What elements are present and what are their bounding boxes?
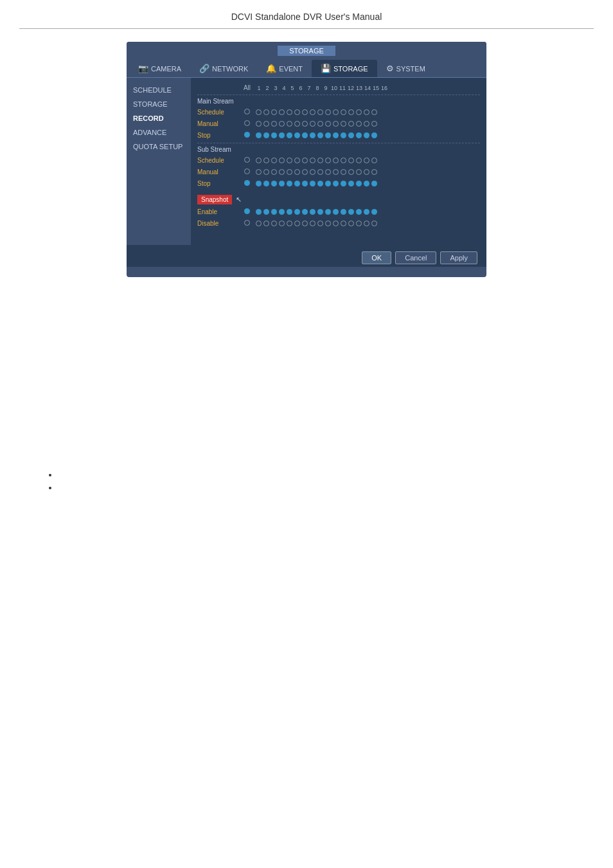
sidebar-item-advance[interactable]: ADVANCE: [127, 125, 191, 140]
snapshot-disable-row: Disable: [197, 217, 480, 229]
column-header-row: All 1 2 3 4 5 6 7 8 9 10 11 12 13 14 15: [197, 83, 480, 93]
snapshot-header-label: Snapshot: [197, 195, 232, 204]
snapshot-enable-dots: [255, 209, 378, 215]
col-num-8: 8: [314, 85, 321, 91]
tab-storage-label: STORAGE: [333, 65, 368, 73]
bullet-item-2: [58, 483, 613, 492]
col-num-4: 4: [280, 85, 288, 91]
tab-system[interactable]: ⚙ SYSTEM: [377, 60, 434, 77]
bullet-item-1: [58, 470, 613, 479]
radio-sub-manual-all[interactable]: [244, 168, 250, 174]
snapshot-disable-label: Disable: [197, 220, 239, 227]
snapshot-disable-indicator[interactable]: [239, 219, 255, 228]
storage-icon: 💾: [321, 64, 331, 73]
dot-snapshot-enable-all[interactable]: [244, 208, 250, 214]
tab-network-label: NETWORK: [212, 65, 248, 73]
main-stream-stop-row: Stop: [197, 129, 480, 141]
sub-stream-manual-dots: [255, 169, 378, 175]
col-num-7: 7: [305, 85, 313, 91]
snapshot-disable-dots: [255, 221, 378, 226]
col-num-13: 13: [355, 85, 363, 91]
network-icon: 🔗: [199, 64, 209, 73]
tab-event[interactable]: 🔔 EVENT: [257, 60, 312, 77]
col-num-11: 11: [339, 85, 346, 91]
sub-stream-schedule-label: Schedule: [197, 157, 239, 164]
buttons-area: OK Cancel Apply: [127, 245, 486, 267]
sidebar-item-storage[interactable]: STORAGE: [127, 97, 191, 111]
col-num-12: 12: [347, 85, 355, 91]
tab-storage[interactable]: 💾 STORAGE: [312, 60, 377, 77]
main-stream-stop-label: Stop: [197, 132, 239, 139]
col-num-14: 14: [364, 85, 371, 91]
col-num-6: 6: [297, 85, 305, 91]
apply-button[interactable]: Apply: [440, 251, 477, 264]
sidebar: SCHEDULE STORAGE RECORD ADVANCE QUOTA SE…: [127, 78, 191, 245]
ok-button[interactable]: OK: [362, 251, 391, 264]
sub-stream-stop-row: Stop: [197, 177, 480, 189]
col-num-16: 16: [380, 85, 388, 91]
camera-icon: 📷: [138, 64, 148, 73]
event-icon: 🔔: [266, 64, 276, 73]
snapshot-enable-indicator[interactable]: [239, 207, 255, 216]
snapshot-enable-label: Enable: [197, 208, 239, 215]
cancel-button[interactable]: Cancel: [395, 251, 436, 264]
col-num-5: 5: [289, 85, 296, 91]
sub-stream-manual-row: Manual: [197, 166, 480, 177]
sidebar-item-schedule[interactable]: SCHEDULE: [127, 83, 191, 97]
title-divider: [19, 28, 594, 29]
col-num-3: 3: [272, 85, 280, 91]
storage-header-label: STORAGE: [278, 46, 335, 56]
sub-stream-manual-label: Manual: [197, 168, 239, 176]
col-num-2: 2: [263, 85, 271, 91]
main-panel: All 1 2 3 4 5 6 7 8 9 10 11 12 13 14 15: [191, 78, 486, 245]
main-stream-section: Main Stream: [197, 95, 480, 106]
content-area: SCHEDULE STORAGE RECORD ADVANCE QUOTA SE…: [127, 78, 486, 245]
sub-stream-stop-label: Stop: [197, 180, 239, 187]
main-stream-schedule-label: Schedule: [197, 109, 239, 116]
main-stream-schedule-row: Schedule: [197, 106, 480, 118]
main-stream-stop-indicator[interactable]: [239, 131, 255, 140]
page-title: DCVI Standalone DVR User's Manual: [0, 0, 613, 28]
main-stream-manual-row: Manual: [197, 118, 480, 129]
sub-stream-stop-dots: [255, 181, 378, 186]
system-icon: ⚙: [386, 64, 394, 73]
sub-stream-schedule-indicator[interactable]: [239, 156, 255, 165]
sub-stream-stop-indicator[interactable]: [239, 179, 255, 188]
col-num-15: 15: [372, 85, 380, 91]
tab-camera-label: CAMERA: [151, 65, 181, 73]
main-stream-manual-label: Manual: [197, 120, 239, 127]
col-num-1: 1: [255, 85, 263, 91]
radio-snapshot-disable-all[interactable]: [244, 220, 250, 226]
tab-camera[interactable]: 📷 CAMERA: [129, 60, 190, 77]
main-stream-manual-dots: [255, 121, 378, 127]
col-header-all: All: [239, 84, 255, 91]
main-stream-stop-dots: [255, 132, 378, 138]
sub-stream-manual-indicator[interactable]: [239, 167, 255, 176]
sub-stream-schedule-dots: [255, 158, 378, 163]
dot-sub-stop-all[interactable]: [244, 180, 250, 186]
col-header-numbers: 1 2 3 4 5 6 7 8 9 10 11 12 13 14 15 16: [255, 85, 388, 91]
radio-sub-schedule-all[interactable]: [244, 157, 250, 163]
tab-network[interactable]: 🔗 NETWORK: [190, 60, 257, 77]
dot-main-stop-all[interactable]: [244, 132, 250, 138]
col-num-10: 10: [330, 85, 338, 91]
col-num-9: 9: [322, 85, 330, 91]
main-stream-schedule-indicator[interactable]: [239, 107, 255, 116]
sidebar-item-record[interactable]: RECORD: [127, 111, 191, 125]
sub-stream-schedule-row: Schedule: [197, 154, 480, 166]
tab-system-label: SYSTEM: [396, 65, 425, 73]
storage-header: STORAGE: [127, 42, 486, 60]
main-stream-schedule-dots: [255, 109, 378, 115]
radio-main-manual-all[interactable]: [244, 120, 250, 126]
snapshot-section-container: Snapshot ↖: [197, 192, 480, 206]
tab-event-label: EVENT: [279, 65, 303, 73]
sidebar-item-quota-setup[interactable]: QUOTA SETUP: [127, 140, 191, 154]
main-container: STORAGE 📷 CAMERA 🔗 NETWORK 🔔 EVENT 💾 STO…: [127, 42, 486, 277]
snapshot-cursor: ↖: [236, 195, 242, 203]
sub-stream-section: Sub Stream: [197, 143, 480, 154]
snapshot-enable-row: Enable: [197, 206, 480, 217]
bullet-list: [58, 470, 613, 492]
radio-main-schedule-all[interactable]: [244, 109, 250, 114]
main-stream-manual-indicator[interactable]: [239, 119, 255, 128]
nav-tabs: 📷 CAMERA 🔗 NETWORK 🔔 EVENT 💾 STORAGE ⚙ S…: [127, 60, 486, 78]
